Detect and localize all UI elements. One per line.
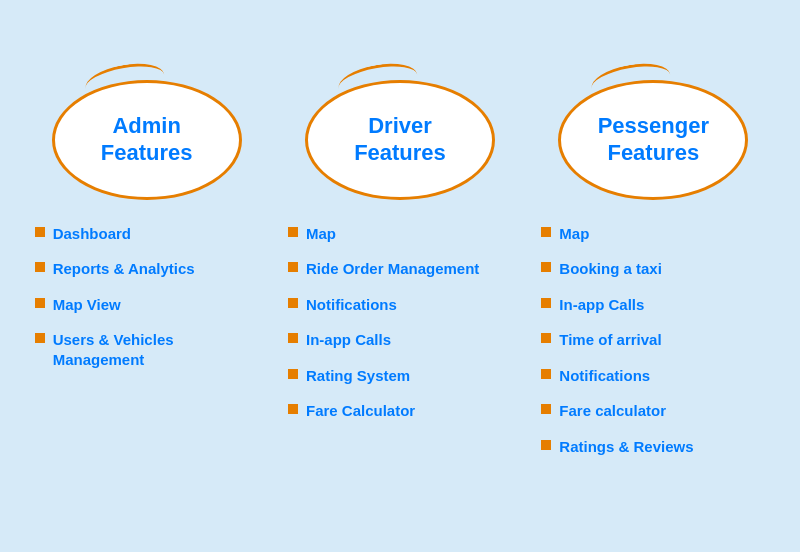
- list-item-label: Fare calculator: [559, 401, 666, 421]
- bullet-icon: [35, 298, 45, 308]
- bubble-driver: DriverFeatures: [305, 80, 495, 200]
- list-item: Users & Vehicles Management: [35, 330, 267, 369]
- bubble-admin: AdminFeatures: [52, 80, 242, 200]
- bullet-icon: [541, 227, 551, 237]
- list-item-label: In-app Calls: [306, 330, 391, 350]
- list-item-label: In-app Calls: [559, 295, 644, 315]
- bubble-title-passenger: PessengerFeatures: [598, 113, 709, 166]
- list-item-label: Rating System: [306, 366, 410, 386]
- column-driver: DriverFeaturesMapRide Order ManagementNo…: [280, 80, 520, 437]
- list-item: Rating System: [288, 366, 520, 386]
- main-container: AdminFeaturesDashboardReports & Analytic…: [10, 60, 790, 493]
- feature-list-admin: DashboardReports & AnalyticsMap ViewUser…: [27, 224, 267, 386]
- list-item-label: Dashboard: [53, 224, 131, 244]
- list-item-label: Notifications: [559, 366, 650, 386]
- list-item-label: Map: [306, 224, 336, 244]
- column-admin: AdminFeaturesDashboardReports & Analytic…: [27, 80, 267, 386]
- bullet-icon: [541, 262, 551, 272]
- list-item-label: Notifications: [306, 295, 397, 315]
- list-item: Booking a taxi: [541, 259, 773, 279]
- list-item: Ride Order Management: [288, 259, 520, 279]
- bullet-icon: [288, 262, 298, 272]
- bullet-icon: [35, 227, 45, 237]
- list-item-label: Map View: [53, 295, 121, 315]
- list-item-label: Booking a taxi: [559, 259, 662, 279]
- bullet-icon: [541, 333, 551, 343]
- bullet-icon: [288, 404, 298, 414]
- bullet-icon: [288, 298, 298, 308]
- bullet-icon: [541, 440, 551, 450]
- bullet-icon: [288, 227, 298, 237]
- list-item: Fare calculator: [541, 401, 773, 421]
- list-item: Map: [541, 224, 773, 244]
- column-passenger: PessengerFeaturesMapBooking a taxiIn-app…: [533, 80, 773, 473]
- list-item: In-app Calls: [288, 330, 520, 350]
- bullet-icon: [35, 262, 45, 272]
- list-item: Notifications: [288, 295, 520, 315]
- list-item: Map View: [35, 295, 267, 315]
- list-item-label: Map: [559, 224, 589, 244]
- list-item-label: Ride Order Management: [306, 259, 479, 279]
- list-item: Time of arrival: [541, 330, 773, 350]
- bullet-icon: [35, 333, 45, 343]
- list-item: In-app Calls: [541, 295, 773, 315]
- list-item: Ratings & Reviews: [541, 437, 773, 457]
- list-item: Dashboard: [35, 224, 267, 244]
- bullet-icon: [288, 333, 298, 343]
- list-item: Reports & Analytics: [35, 259, 267, 279]
- bullet-icon: [541, 404, 551, 414]
- list-item-label: Ratings & Reviews: [559, 437, 693, 457]
- list-item-label: Reports & Analytics: [53, 259, 195, 279]
- list-item: Fare Calculator: [288, 401, 520, 421]
- list-item-label: Users & Vehicles Management: [53, 330, 267, 369]
- list-item: Map: [288, 224, 520, 244]
- list-item-label: Fare Calculator: [306, 401, 415, 421]
- feature-list-driver: MapRide Order ManagementNotificationsIn-…: [280, 224, 520, 437]
- bullet-icon: [288, 369, 298, 379]
- list-item-label: Time of arrival: [559, 330, 661, 350]
- list-item: Notifications: [541, 366, 773, 386]
- bubble-title-admin: AdminFeatures: [101, 113, 193, 166]
- bullet-icon: [541, 298, 551, 308]
- bubble-title-driver: DriverFeatures: [354, 113, 446, 166]
- bullet-icon: [541, 369, 551, 379]
- feature-list-passenger: MapBooking a taxiIn-app CallsTime of arr…: [533, 224, 773, 473]
- bubble-passenger: PessengerFeatures: [558, 80, 748, 200]
